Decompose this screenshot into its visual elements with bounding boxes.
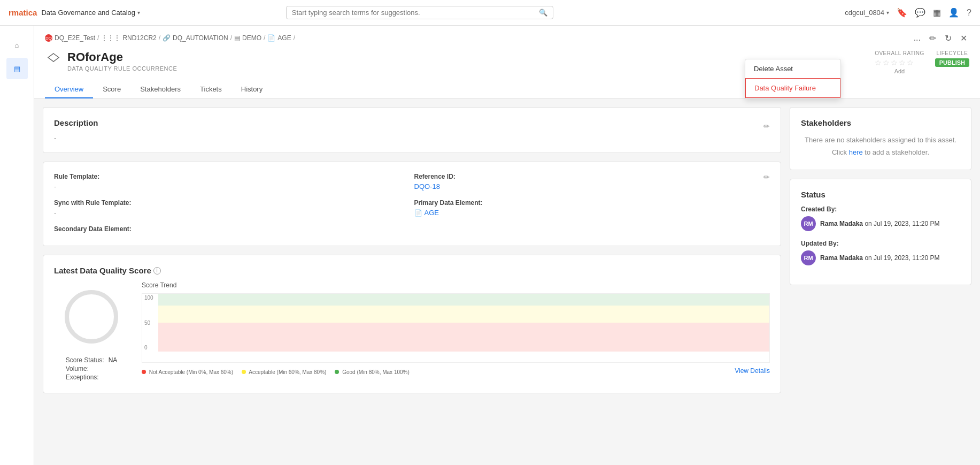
- rule-fields-card: Rule Template: - Reference ID: DQO-18 Sy…: [43, 162, 781, 246]
- context-menu-delete-asset[interactable]: Delete Asset: [745, 59, 840, 78]
- asset-type-icon: [45, 50, 62, 67]
- no-stakeholders-text: There are no stakeholders assigned to th…: [801, 134, 960, 159]
- score-meta: Score Status: NA Volume: Exceptions:: [66, 356, 118, 382]
- help-icon[interactable]: ?: [967, 8, 971, 18]
- breadcrumb-item-age[interactable]: 📄 AGE: [267, 34, 291, 42]
- primary-data-page-icon: 📄: [414, 209, 422, 217]
- secondary-data-label: Secondary Data Element:: [54, 225, 763, 233]
- grid-icon[interactable]: ▦: [933, 7, 941, 18]
- updated-by-avatar: RM: [801, 250, 816, 265]
- chart-legend: Not Acceptable (Min 0%, Max 60%) Accepta…: [142, 369, 410, 375]
- breadcrumb-item-demo[interactable]: ▤ DEMO: [234, 34, 261, 42]
- bookmark-icon[interactable]: 🔖: [897, 7, 907, 18]
- description-title: Description: [54, 118, 98, 127]
- more-button[interactable]: ...: [912, 31, 923, 45]
- tab-overview[interactable]: Overview: [45, 81, 93, 98]
- score-exceptions-row: Exceptions:: [66, 373, 118, 381]
- tab-stakeholders[interactable]: Stakeholders: [130, 81, 190, 98]
- user-chevron: ▾: [886, 10, 889, 16]
- chart-band-acceptable: [158, 306, 769, 323]
- stakeholders-card: Stakeholders There are no stakeholders a…: [790, 107, 971, 170]
- app-name: Data Governance and Catalog ▾: [41, 9, 140, 17]
- search-bar[interactable]: 🔍: [286, 6, 553, 19]
- description-edit-button[interactable]: ✏: [763, 122, 770, 131]
- panel-actions: ... ✏ ↻ ✕: [912, 31, 969, 45]
- created-by-text: Rama Madaka on Jul 19, 2023, 11:20 PM: [820, 220, 940, 227]
- right-column: Stakeholders There are no stakeholders a…: [790, 107, 971, 402]
- score-info-icon[interactable]: i: [153, 267, 161, 275]
- score-circle: [65, 290, 118, 344]
- search-icon: 🔍: [539, 9, 547, 17]
- context-menu-data-quality-failure[interactable]: Data Quality Failure: [745, 78, 840, 98]
- stakeholders-here-link[interactable]: here: [849, 148, 863, 156]
- reference-id-value[interactable]: DQO-18: [414, 182, 440, 190]
- updated-by-section: Updated By: RM Rama Madaka on Jul 19, 20…: [801, 240, 960, 265]
- overall-rating-label: OVERALL RATING: [875, 50, 924, 56]
- reference-id-label: Reference ID:: [414, 173, 764, 180]
- description-value: -: [54, 134, 770, 142]
- chart-band-good: [158, 294, 769, 306]
- sidebar-item-catalog[interactable]: ▤: [6, 58, 28, 79]
- grid-icon: ⋮⋮⋮: [101, 34, 120, 42]
- chart-title: Score Trend: [142, 281, 770, 289]
- tab-history[interactable]: History: [232, 81, 272, 98]
- rule-fields-edit-button[interactable]: ✏: [763, 173, 770, 181]
- score-volume-label: Volume:: [66, 365, 89, 372]
- lifecycle-badge: PUBLISH: [935, 58, 969, 67]
- user-menu[interactable]: cdgcui_0804 ▾: [845, 9, 889, 17]
- primary-data-group: Primary Data Element: 📄 AGE: [414, 199, 764, 217]
- tab-tickets[interactable]: Tickets: [190, 81, 232, 98]
- lifecycle-label: LIFECYCLE: [935, 50, 969, 56]
- nav-chevron[interactable]: ▾: [137, 10, 140, 16]
- star-4[interactable]: ☆: [899, 58, 906, 67]
- person-icon[interactable]: 👤: [948, 7, 959, 18]
- left-column: Description ✏ - Rule Template: -: [43, 107, 781, 402]
- chart-y-axis: 100 50 0: [142, 294, 158, 352]
- asset-subtitle: DATA QUALITY RULE OCCURRENCE: [67, 65, 177, 72]
- sync-label: Sync with Rule Template:: [54, 199, 404, 207]
- created-by-avatar: RM: [801, 216, 816, 231]
- rule-template-group: Rule Template: -: [54, 173, 404, 190]
- sidebar-item-home[interactable]: ⌂: [6, 34, 28, 56]
- updated-by-text: Rama Madaka on Jul 19, 2023, 11:20 PM: [820, 254, 940, 262]
- star-rating[interactable]: ☆ ☆ ☆ ☆ ☆: [875, 58, 924, 67]
- star-5[interactable]: ☆: [907, 58, 914, 67]
- sync-group: Sync with Rule Template: -: [54, 199, 404, 217]
- tab-score[interactable]: Score: [93, 81, 130, 98]
- star-3[interactable]: ☆: [891, 58, 898, 67]
- search-input[interactable]: [292, 9, 539, 17]
- rule-field-row-2: Sync with Rule Template: - Primary Data …: [54, 199, 763, 217]
- page-icon: 📄: [267, 34, 275, 42]
- view-details-link[interactable]: View Details: [735, 367, 770, 375]
- secondary-data-group: Secondary Data Element:: [54, 225, 763, 233]
- table-icon: ▤: [234, 34, 240, 42]
- star-1[interactable]: ☆: [875, 58, 882, 67]
- breadcrumb-item-automation[interactable]: 🔗 DQ_AUTOMATION: [163, 34, 228, 42]
- description-card: Description ✏ -: [43, 107, 781, 153]
- link-icon: 🔗: [163, 34, 171, 42]
- stakeholders-empty-line1: There are no stakeholders assigned to th…: [801, 134, 960, 146]
- star-2[interactable]: ☆: [883, 58, 890, 67]
- chart-area: 100 50 0: [142, 293, 770, 363]
- close-panel-button[interactable]: ✕: [958, 31, 969, 45]
- score-chart-wrap: Score Trend 100 50 0: [142, 281, 770, 375]
- primary-data-value[interactable]: AGE: [425, 209, 439, 217]
- breadcrumb: DQ DQ_E2E_Test / ⋮⋮⋮ RND12CR2 / 🔗 DQ_AUT…: [45, 30, 295, 46]
- chat-icon[interactable]: 💬: [915, 7, 925, 18]
- edit-panel-button[interactable]: ✏: [927, 31, 938, 45]
- score-title: Latest Data Quality Score: [54, 266, 151, 275]
- content-area: Description ✏ - Rule Template: -: [34, 98, 980, 410]
- score-circle-wrap: Score Status: NA Volume: Exceptions:: [54, 281, 129, 382]
- legend-not-acceptable: Not Acceptable (Min 0%, Max 60%): [142, 369, 233, 375]
- sync-value: -: [54, 209, 404, 217]
- breadcrumb-item-dq-e2e[interactable]: DQ_E2E_Test: [55, 34, 95, 42]
- rule-fields-left: Rule Template: - Reference ID: DQO-18 Sy…: [54, 173, 763, 235]
- score-status-value: NA: [109, 356, 118, 364]
- breadcrumb-item-grid[interactable]: ⋮⋮⋮ RND12CR2: [101, 34, 156, 42]
- legend-acceptable: Acceptable (Min 60%, Max 80%): [242, 369, 326, 375]
- updated-by-label: Updated By:: [801, 240, 960, 247]
- refresh-button[interactable]: ↻: [943, 31, 954, 45]
- panel-header-top: DQ DQ_E2E_Test / ⋮⋮⋮ RND12CR2 / 🔗 DQ_AUT…: [45, 30, 969, 46]
- breadcrumb-dq-icon: DQ: [45, 34, 52, 42]
- stakeholders-empty-line2: Click here to add a stakeholder.: [801, 146, 960, 158]
